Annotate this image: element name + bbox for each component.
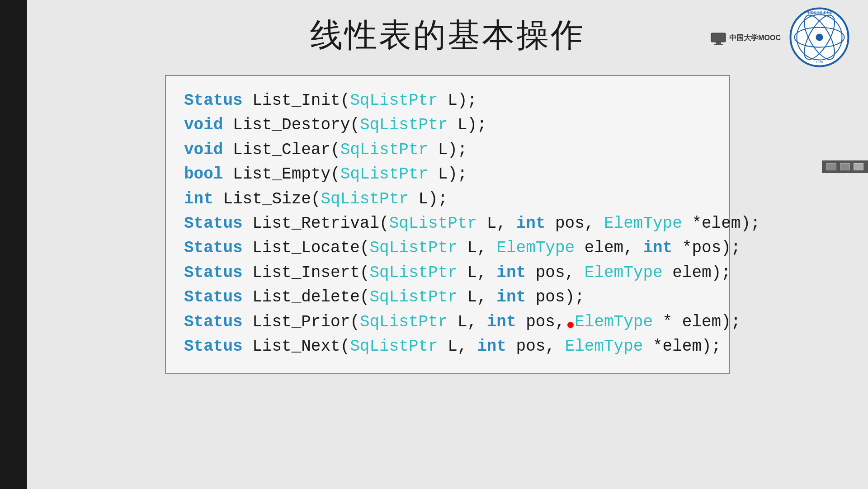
code-line: Status List_Insert(SqListPtr L, int pos,… [184, 262, 711, 284]
code-token-plain: List_Clear( [223, 141, 340, 159]
code-token-plain: L, [458, 263, 496, 282]
code-token-status: Status [184, 337, 243, 356]
code-line: int List_Size(SqListPtr L); [184, 188, 711, 211]
code-token-elem: ElemType [585, 263, 663, 282]
code-token-ptr: SqListPtr [360, 313, 448, 331]
code-line: Status List_delete(SqListPtr L, int pos)… [184, 286, 711, 309]
code-token-status: Status [184, 288, 243, 306]
code-token-ptr: SqListPtr [340, 165, 428, 183]
code-line: Status List_Prior(SqListPtr L, int pos, … [184, 311, 711, 334]
toolbar-btn-2[interactable] [840, 163, 850, 170]
code-line: bool List_Empty(SqListPtr L); [184, 163, 711, 186]
code-token-plain: List_Locate( [243, 239, 370, 257]
code-line: Status List_Retrival(SqListPtr L, int po… [184, 212, 711, 235]
code-token-plain: pos, [506, 337, 565, 356]
code-token-ptr: SqListPtr [369, 263, 457, 282]
code-token-ptr: SqListPtr [360, 116, 448, 134]
code-token-plain: elem, [575, 239, 643, 257]
code-token-plain: elem); [663, 263, 731, 282]
code-token-plain: List_delete( [243, 288, 370, 306]
svg-text:中国科学技术大学: 中国科学技术大学 [807, 11, 832, 14]
code-token-plain: L, [448, 313, 486, 331]
code-line: Status List_Next(SqListPtr L, int pos, E… [184, 335, 711, 358]
code-token-plain: L); [428, 141, 467, 159]
code-token-status: Status [184, 313, 243, 331]
code-token-plain: L); [448, 116, 486, 134]
toolbar-btn-1[interactable] [826, 163, 836, 170]
code-token-status: Status [184, 91, 243, 110]
code-token-plain: L); [409, 190, 448, 208]
university-logo: 中国科学技术大学 1958 [789, 7, 850, 70]
svg-rect-0 [711, 33, 726, 42]
code-token-int: int [496, 263, 526, 282]
code-token-plain: L); [428, 165, 467, 183]
code-token-plain: List_Size( [213, 190, 321, 208]
code-token-ptr: SqListPtr [350, 337, 438, 356]
svg-text:1958: 1958 [816, 61, 823, 64]
toolbar-btn-3[interactable] [854, 163, 863, 170]
code-token-int: int [184, 190, 213, 208]
code-token-plain: pos); [526, 288, 585, 306]
code-token-plain: List_Destory( [223, 116, 359, 134]
code-box: Status List_Init(SqListPtr L);void List_… [165, 75, 730, 374]
code-token-plain: * elem); [653, 313, 741, 331]
toolbar-right[interactable] [822, 160, 868, 173]
code-token-int: int [487, 313, 516, 331]
code-token-elem: ElemType [604, 214, 682, 233]
code-line: Status List_Init(SqListPtr L); [184, 89, 711, 112]
code-token-ptr: SqListPtr [340, 141, 428, 159]
code-token-ptr: SqListPtr [369, 288, 457, 306]
code-token-elem: ElemType [496, 239, 575, 257]
svg-rect-1 [716, 42, 721, 44]
code-token-plain: List_Insert( [243, 263, 370, 282]
code-token-plain: *elem); [682, 214, 760, 233]
svg-point-8 [816, 34, 823, 41]
code-token-bool: bool [184, 165, 223, 183]
code-token-status: Status [184, 239, 243, 257]
code-line: void List_Clear(SqListPtr L); [184, 139, 711, 161]
left-sidebar [0, 0, 27, 489]
code-token-int: int [643, 239, 672, 257]
logo-text: 中国大学MOOC [729, 33, 781, 43]
code-line: Status List_Locate(SqListPtr L, ElemType… [184, 237, 711, 259]
logo-area: 中国大学MOOC 中国科学技术大学 1958 [710, 7, 850, 70]
svg-rect-2 [714, 44, 723, 45]
code-token-plain: L, [458, 288, 496, 306]
university-logo-svg: 中国科学技术大学 1958 [789, 7, 850, 68]
code-token-plain: List_Prior( [243, 313, 360, 331]
code-token-elem: ElemType [575, 313, 653, 331]
code-token-plain: pos, [516, 313, 575, 331]
code-token-int: int [516, 214, 546, 233]
code-line: void List_Destory(SqListPtr L); [184, 114, 711, 136]
code-token-void: void [184, 141, 223, 159]
mooc-icon [710, 32, 726, 45]
code-token-plain: List_Empty( [223, 165, 340, 183]
code-token-int: int [496, 288, 526, 306]
cursor-dot [567, 322, 574, 328]
code-token-plain: L, [458, 239, 496, 257]
code-token-plain: pos, [545, 214, 604, 233]
code-token-plain: *pos); [672, 239, 741, 257]
code-token-status: Status [184, 214, 243, 233]
code-token-plain: *elem); [643, 337, 721, 356]
code-container: Status List_Init(SqListPtr L);void List_… [184, 89, 711, 358]
code-token-elem: ElemType [565, 337, 643, 356]
code-token-ptr: SqListPtr [389, 214, 477, 233]
code-token-plain: List_Next( [243, 337, 350, 356]
code-token-plain: L, [477, 214, 516, 233]
code-token-void: void [184, 116, 223, 134]
code-token-int: int [477, 337, 506, 356]
code-token-ptr: SqListPtr [369, 239, 457, 257]
code-token-plain: List_Init( [243, 91, 350, 110]
code-token-status: Status [184, 263, 243, 282]
code-token-plain: L); [438, 91, 477, 110]
code-token-plain: pos, [526, 263, 585, 282]
main-content: 线性表的基本操作 中国大学MOOC [27, 0, 868, 489]
code-token-plain: L, [438, 337, 477, 356]
code-token-ptr: SqListPtr [350, 91, 438, 110]
code-token-plain: List_Retrival( [243, 214, 389, 233]
code-token-ptr: SqListPtr [321, 190, 408, 208]
